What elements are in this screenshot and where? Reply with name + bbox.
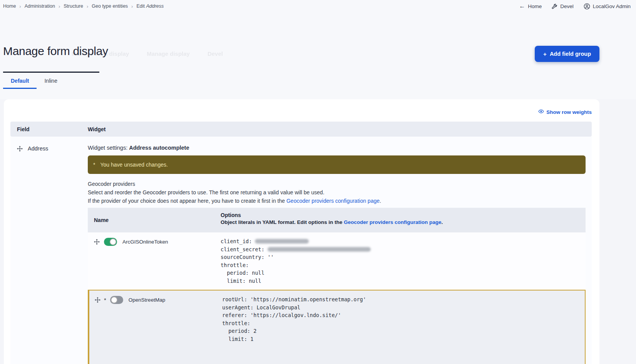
provider-row-openstreetmap: * OpenStreetMap rootUrl: 'https://nomina… <box>88 290 586 364</box>
address-field-row: Address Widget settings: Address autocom… <box>10 137 592 364</box>
add-field-group-button[interactable]: + Add field group <box>535 46 599 62</box>
yaml-line: limit: 1 <box>222 335 585 343</box>
breadcrumb-geo-type-entities[interactable]: Geo type entities <box>92 3 128 9</box>
options-config-page-link[interactable]: Geocoder providers configuration page <box>344 219 442 225</box>
yaml-line: period: 2 <box>222 327 585 335</box>
page-title: Manage form display <box>3 45 108 58</box>
breadcrumb-current: Edit Address <box>136 3 164 9</box>
drag-handle-icon[interactable] <box>95 297 100 303</box>
show-row-weights-label: Show row weights <box>546 109 592 115</box>
provider-options-cell: client_id: client_secret: sourceCountry:… <box>221 232 586 290</box>
column-header-widget: Widget <box>88 126 106 132</box>
column-header-options: Options Object literals in YAML format. … <box>221 208 586 232</box>
column-header-field: Field <box>10 126 88 132</box>
options-subtitle: Object literals in YAML format. Edit opt… <box>221 219 586 225</box>
form-display-card: Show row weights Field Widget Address Wi… <box>4 99 599 364</box>
providers-table-header: Name Options Object literals in YAML for… <box>88 208 586 232</box>
geocoder-providers-label: Geocoder providers <box>88 181 586 187</box>
field-name-address: Address <box>28 145 48 152</box>
provider-enabled-toggle[interactable] <box>110 296 123 304</box>
back-arrow-icon: ← <box>519 3 525 10</box>
breadcrumb-separator: › <box>87 3 88 9</box>
yaml-text: client_id: <box>221 237 255 245</box>
plus-icon: + <box>543 51 547 57</box>
geocoder-config-page-link[interactable]: Geocoder providers configuration page <box>286 198 380 204</box>
provider-enabled-toggle[interactable] <box>104 238 117 246</box>
warning-message: You have unsaved changes. <box>100 162 167 168</box>
toolbar-user-account[interactable]: LocalGov Admin <box>584 3 631 10</box>
ghost-tab-manage-display[interactable]: Manage display <box>147 50 190 57</box>
toolbar-user-label: LocalGov Admin <box>593 3 631 9</box>
yaml-line: userAgent: LocalGovDrupal <box>222 304 585 312</box>
fields-table-header: Field Widget <box>10 122 592 137</box>
yaml-line: referer: 'https://localgov.lndo.site/' <box>222 311 585 319</box>
widget-settings-cell: Widget settings: Address autocomplete * … <box>88 137 592 364</box>
changed-marker: * <box>104 297 106 303</box>
provider-name-cell: ArcGISOnlineToken <box>88 232 221 246</box>
yaml-line: throttle: <box>222 319 585 327</box>
provider-name-cell: * OpenStreetMap <box>89 291 222 304</box>
top-header-region: Home › Administration › Structure › Geo … <box>0 0 636 99</box>
yaml-line: limit: null <box>221 277 586 285</box>
breadcrumb-separator: › <box>59 3 60 9</box>
breadcrumb-current-entity: Address <box>146 3 164 9</box>
options-subtitle-suffix: . <box>442 219 443 225</box>
widget-settings-value: Address autocomplete <box>129 145 189 151</box>
yaml-line: rootUrl: 'https://nominatim.openstreetma… <box>222 296 585 304</box>
provider-options-cell: rootUrl: 'https://nominatim.openstreetma… <box>222 291 585 364</box>
tab-inline[interactable]: Inline <box>37 75 65 89</box>
form-mode-tabs: Default Inline <box>3 75 65 89</box>
breadcrumb-bar: Home › Administration › Structure › Geo … <box>0 0 636 11</box>
address-field-cell: Address <box>10 137 88 152</box>
yaml-line: client_id: <box>221 237 586 245</box>
yaml-text: client_secret: <box>221 245 268 254</box>
geocoder-providers-table: Name Options Object literals in YAML for… <box>88 208 586 364</box>
ghost-tab-devel[interactable]: Devel <box>208 50 223 57</box>
toggle-knob <box>111 297 117 303</box>
wrench-icon <box>552 3 557 9</box>
active-tab-underline <box>3 72 99 73</box>
yaml-line: client_secret: <box>221 245 586 254</box>
user-avatar-icon <box>584 3 590 10</box>
geocoder-description-1: Select and reorder the Geocoder provider… <box>88 189 586 195</box>
breadcrumb-home[interactable]: Home <box>3 3 16 9</box>
toolbar-back-home[interactable]: ← Home <box>519 3 542 10</box>
breadcrumb-current-prefix: Edit <box>136 3 146 9</box>
add-field-group-label: Add field group <box>550 51 591 57</box>
yaml-line: throttle: <box>221 261 586 269</box>
warning-asterisk: * <box>93 162 95 168</box>
drag-handle-icon[interactable] <box>17 146 23 152</box>
provider-name: ArcGISOnlineToken <box>122 239 168 245</box>
provider-options-yaml[interactable]: client_id: client_secret: sourceCountry:… <box>221 237 586 285</box>
provider-row-arcgisonlinetoken: ArcGISOnlineToken client_id: client_secr… <box>88 232 586 290</box>
eye-icon <box>538 109 544 115</box>
breadcrumb-separator: › <box>19 3 21 9</box>
unsaved-changes-warning: * You have unsaved changes. <box>88 155 586 174</box>
widget-settings-summary: Widget settings: Address autocomplete <box>88 145 586 151</box>
tab-default[interactable]: Default <box>3 75 37 89</box>
breadcrumb-structure[interactable]: Structure <box>64 3 83 9</box>
column-header-name: Name <box>88 208 221 232</box>
yaml-line: sourceCountry: '' <box>221 253 586 261</box>
toolbar-devel-label: Devel <box>560 3 574 9</box>
options-subtitle-prefix: Object literals in YAML format. Edit opt… <box>221 219 344 225</box>
breadcrumb-separator: › <box>131 3 133 9</box>
widget-settings-prefix: Widget settings: <box>88 145 129 151</box>
breadcrumb-administration[interactable]: Administration <box>25 3 55 9</box>
show-row-weights-link[interactable]: Show row weights <box>538 109 592 115</box>
geocoder-description-2-suffix: . <box>380 198 381 204</box>
geocoder-description-2-prefix: If the provider of your choice does not … <box>88 198 286 204</box>
admin-toolbar: ← Home Devel Loc <box>519 3 631 10</box>
provider-name: OpenStreetMap <box>129 297 165 303</box>
geocoder-description-2: If the provider of your choice does not … <box>88 198 586 204</box>
provider-options-yaml[interactable]: rootUrl: 'https://nominatim.openstreetma… <box>222 296 585 343</box>
toolbar-home-label: Home <box>528 3 542 9</box>
yaml-line: period: null <box>221 269 586 277</box>
toggle-knob <box>110 239 116 245</box>
breadcrumb: Home › Administration › Structure › Geo … <box>3 3 164 9</box>
options-title: Options <box>221 212 586 218</box>
toolbar-devel[interactable]: Devel <box>552 3 574 9</box>
drag-handle-icon[interactable] <box>94 239 100 245</box>
redacted-client-secret <box>268 247 371 252</box>
redacted-client-id <box>255 239 309 244</box>
